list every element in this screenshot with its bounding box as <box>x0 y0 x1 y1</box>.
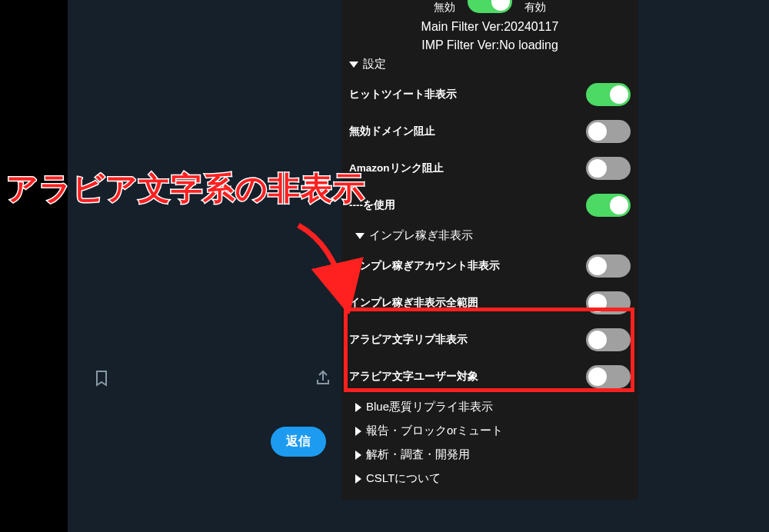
setting-label: 無効ドメイン阻止 <box>349 125 435 138</box>
chevron-down-icon <box>355 233 365 239</box>
top-on-label: 有効 <box>524 1 546 15</box>
toggle-arabic-reply-hide[interactable] <box>586 328 631 351</box>
extension-panel: 無効 有効 Main Filter Ver:20240117 IMP Filte… <box>341 0 638 500</box>
main-filter-version: Main Filter Ver:20240117 <box>348 20 632 34</box>
chevron-down-icon <box>349 62 358 68</box>
row-use-something: ----を使用 <box>348 187 632 224</box>
chevron-right-icon <box>355 403 361 412</box>
section-report-block-mute[interactable]: 報告・ブロックorミュート <box>348 419 632 443</box>
setting-label: アラビア文字リプ非表示 <box>349 333 468 347</box>
section-debug[interactable]: 解析・調査・開発用 <box>348 443 632 467</box>
row-impress-hide-all: インプレ稼ぎ非表示全範囲 <box>348 284 632 321</box>
row-impress-account-hide: インプレ稼ぎアカウント非表示 <box>348 248 632 284</box>
row-invalid-domain-block: 無効ドメイン阻止 <box>348 113 632 150</box>
toggle-invalid-domain-block[interactable] <box>586 120 631 143</box>
chevron-right-icon <box>355 427 361 436</box>
toggle-impress-account-hide[interactable] <box>586 254 631 278</box>
chevron-right-icon <box>355 474 361 484</box>
row-arabic-reply-hide: アラビア文字リプ非表示 <box>348 321 632 358</box>
share-icon[interactable] <box>314 369 332 387</box>
setting-label: アラビア文字ユーザー対象 <box>349 370 478 384</box>
section-label: 報告・ブロックorミュート <box>366 424 503 438</box>
toggle-hit-tweet-hide[interactable] <box>586 83 631 106</box>
section-label: 解析・調査・開発用 <box>366 447 470 462</box>
section-blue-bad-reply[interactable]: Blue悪質リプライ非表示 <box>348 395 632 419</box>
top-off-label: 無効 <box>434 1 455 15</box>
section-impress[interactable]: インプレ稼ぎ非表示 <box>348 224 632 248</box>
setting-label: インプレ稼ぎアカウント非表示 <box>349 259 500 273</box>
bookmark-icon[interactable] <box>92 369 111 387</box>
setting-label: ヒットツイート非表示 <box>349 88 457 101</box>
toggle-use-something[interactable] <box>586 194 631 217</box>
reply-button[interactable]: 返信 <box>271 427 326 457</box>
annotation-title: アラビア文字系の非表示 <box>6 168 365 210</box>
section-label: Blue悪質リプライ非表示 <box>366 400 493 414</box>
imp-filter-version: IMP Filter Ver:No loading <box>348 38 632 52</box>
section-about[interactable]: CSLTについて <box>348 467 632 490</box>
row-amazon-link-block: Amazonリンク阻止 <box>348 150 632 187</box>
toggle-amazon-link-block[interactable] <box>586 157 631 180</box>
setting-label: インプレ稼ぎ非表示全範囲 <box>349 296 478 310</box>
row-arabic-user-target: アラビア文字ユーザー対象 <box>348 358 632 395</box>
master-toggle[interactable] <box>468 0 512 13</box>
section-impress-label: インプレ稼ぎ非表示 <box>369 228 473 243</box>
row-hit-tweet-hide: ヒットツイート非表示 <box>348 76 632 113</box>
toggle-arabic-user-target[interactable] <box>586 365 631 388</box>
toggle-impress-hide-all[interactable] <box>586 291 631 314</box>
chevron-right-icon <box>355 451 361 460</box>
section-label: CSLTについて <box>366 471 441 486</box>
section-settings-label: 設定 <box>363 57 386 71</box>
section-settings[interactable]: 設定 <box>348 52 632 76</box>
